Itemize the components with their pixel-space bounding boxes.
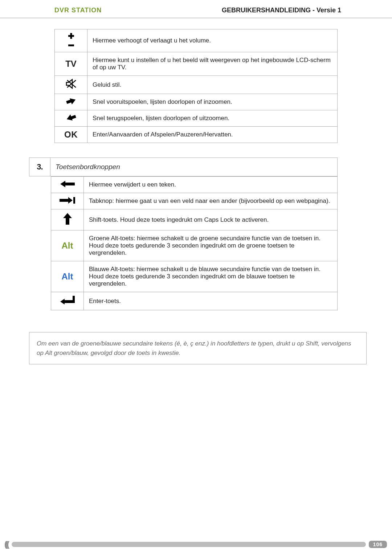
svg-marker-9 [60, 197, 73, 204]
svg-marker-12 [60, 296, 75, 304]
section-title: Toetsenbordknoppen [50, 158, 338, 176]
button-desc: Hiermee verhoogt of verlaagt u het volum… [87, 29, 338, 52]
table-row: Alt Blauwe Alt-toets: hiermee schakelt u… [51, 261, 338, 292]
key-desc: Groene Alt-toets: hiermee schakelt u de … [84, 230, 338, 261]
table-row: Shift-toets. Houd deze toets ingedrukt o… [51, 209, 338, 230]
mute-icon [65, 83, 77, 90]
key-desc: Tabknop: hiermee gaat u van een veld naa… [84, 193, 338, 209]
remote-buttons-table: Hiermee verhoogt of verlaagt u het volum… [54, 29, 338, 143]
button-desc: Enter/Aanvaarden of Afspelen/Pauzeren/He… [87, 127, 338, 143]
table-row: Hiermee verwijdert u een teken. [51, 177, 338, 193]
alt-blue-icon: Alt [62, 271, 73, 281]
button-desc: Snel terugspoelen, lijsten doorlopen of … [87, 110, 338, 127]
note-box: Om een van de groene/blauwe secundaire t… [29, 332, 367, 364]
table-row: TV Hiermee kunt u instellen of u het bee… [55, 52, 338, 76]
section-header: 3. Toetsenbordknoppen [29, 158, 338, 176]
table-row: Geluid stil. [55, 76, 338, 94]
page-number: 106 [369, 541, 387, 548]
shift-icon [63, 219, 72, 226]
fast-forward-icon [66, 100, 77, 107]
alt-green-icon: Alt [62, 241, 73, 250]
ok-icon: OK [64, 130, 78, 139]
manual-version: GEBRUIKERSHANDLEIDING - Versie 1 [222, 7, 341, 14]
page-footer: ((( 106 [0, 540, 392, 549]
tv-icon: TV [65, 59, 77, 69]
svg-marker-7 [66, 114, 77, 122]
key-desc: Shift-toets. Houd deze toets ingedrukt o… [84, 209, 338, 230]
table-row: Hiermee verhoogt of verlaagt u het volum… [55, 29, 338, 52]
table-row: Snel vooruitspoelen, lijsten doorlopen o… [55, 94, 338, 110]
svg-rect-10 [73, 197, 75, 204]
button-desc: Snel vooruitspoelen, lijsten doorlopen o… [87, 94, 338, 110]
button-desc: Hiermee kunt u instellen of u het beeld … [87, 52, 338, 76]
table-row: Snel terugspoelen, lijsten doorlopen of … [55, 110, 338, 127]
product-title: DVR STATION [54, 7, 102, 14]
button-desc: Geluid stil. [87, 76, 338, 94]
plus-minus-icon [55, 32, 87, 49]
footer-bar [12, 542, 366, 547]
svg-marker-6 [66, 97, 77, 105]
table-row: Enter-toets. [51, 292, 338, 310]
table-row: Alt Groene Alt-toets: hiermee schakelt u… [51, 230, 338, 261]
enter-icon [60, 299, 75, 306]
tab-icon [60, 198, 75, 205]
table-row: Tabknop: hiermee gaat u van een veld naa… [51, 193, 338, 209]
page-content: Hiermee verhoogt of verlaagt u het volum… [0, 29, 392, 364]
footer-decor-icon: ((( [0, 540, 8, 549]
svg-marker-8 [60, 181, 75, 187]
rewind-icon [66, 116, 77, 123]
section-number: 3. [29, 158, 50, 176]
key-desc: Blauwe Alt-toets: hiermee schakelt u de … [84, 261, 338, 292]
backspace-icon [60, 182, 75, 189]
page-header: DVR STATION GEBRUIKERSHANDLEIDING - Vers… [0, 0, 392, 18]
svg-marker-11 [63, 213, 72, 225]
table-row: OK Enter/Aanvaarden of Afspelen/Pauzeren… [55, 127, 338, 143]
key-desc: Enter-toets. [84, 292, 338, 310]
keyboard-keys-table: Hiermee verwijdert u een teken. Tabknop:… [51, 176, 338, 310]
key-desc: Hiermee verwijdert u een teken. [84, 177, 338, 193]
